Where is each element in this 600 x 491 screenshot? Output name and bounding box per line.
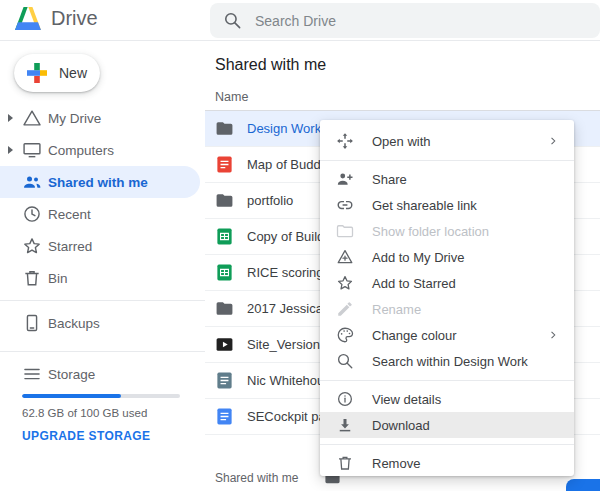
backups-device-icon bbox=[22, 313, 42, 333]
expand-arrow-icon[interactable] bbox=[8, 146, 13, 154]
menu-item-label: Share bbox=[372, 172, 407, 187]
file-name: portfolio bbox=[247, 193, 293, 208]
page-title: Shared with me bbox=[205, 41, 600, 74]
rename-pencil-icon bbox=[336, 300, 354, 318]
sidebar-item-label: My Drive bbox=[48, 111, 101, 126]
file-name: Design Work bbox=[247, 121, 321, 136]
menu-item-add-to-my-drive[interactable]: Add to My Drive bbox=[320, 244, 574, 270]
sidebar-item-recent[interactable]: Recent bbox=[0, 198, 200, 230]
bottom-right-blue-element bbox=[566, 479, 600, 491]
menu-item-show-folder-location: Show folder location bbox=[320, 218, 574, 244]
star-icon bbox=[22, 236, 42, 256]
expand-arrow-icon[interactable] bbox=[8, 114, 13, 122]
trash-icon bbox=[336, 454, 354, 472]
sidebar-item-storage[interactable]: Storage bbox=[0, 358, 200, 390]
app-title: Drive bbox=[51, 7, 98, 30]
sidebar-item-bin[interactable]: Bin bbox=[0, 262, 200, 294]
menu-item-label: Change colour bbox=[372, 328, 457, 343]
document-file-icon bbox=[215, 407, 234, 426]
link-icon bbox=[336, 196, 354, 214]
open-with-icon bbox=[336, 132, 354, 150]
menu-item-label: Get shareable link bbox=[372, 198, 477, 213]
chevron-right-icon bbox=[546, 134, 560, 148]
palette-icon bbox=[336, 326, 354, 344]
name-column-label: Name bbox=[215, 90, 248, 104]
video-file-icon bbox=[215, 335, 234, 354]
new-button-label: New bbox=[59, 65, 87, 81]
trash-icon bbox=[22, 268, 42, 288]
info-icon bbox=[336, 390, 354, 408]
folder-icon bbox=[336, 222, 354, 240]
sidebar-item-backups[interactable]: Backups bbox=[0, 307, 200, 339]
menu-item-open-with[interactable]: Open with bbox=[320, 128, 574, 154]
context-menu: Open with Share Get shareable link Show … bbox=[320, 120, 574, 476]
drive-logo[interactable]: Drive bbox=[15, 7, 98, 30]
menu-item-get-shareable-link[interactable]: Get shareable link bbox=[320, 192, 574, 218]
sidebar-item-shared-with-me[interactable]: Shared with me bbox=[0, 166, 200, 198]
download-icon bbox=[336, 416, 354, 434]
menu-item-label: Remove bbox=[372, 456, 420, 471]
star-icon bbox=[336, 274, 354, 292]
storage-progress-fill bbox=[22, 394, 121, 398]
sidebar-divider bbox=[0, 351, 205, 352]
sidebar-item-label: Backups bbox=[48, 316, 100, 331]
app-header: Drive bbox=[0, 0, 600, 41]
upgrade-storage-link[interactable]: UPGRADE STORAGE bbox=[22, 429, 205, 443]
menu-item-change-colour[interactable]: Change colour bbox=[320, 322, 574, 348]
sidebar-item-label: Starred bbox=[48, 239, 92, 254]
clock-icon bbox=[22, 204, 42, 224]
folder-icon bbox=[215, 191, 234, 210]
computers-icon bbox=[22, 140, 42, 160]
sidebar-divider bbox=[0, 300, 205, 301]
sidebar-item-label: Computers bbox=[48, 143, 114, 158]
menu-item-label: Open with bbox=[372, 134, 431, 149]
menu-divider bbox=[320, 380, 574, 381]
storage-usage-text: 62.8 GB of 100 GB used bbox=[22, 407, 205, 419]
pdf-file-icon bbox=[215, 155, 234, 174]
menu-item-search-within[interactable]: Search within Design Work bbox=[320, 348, 574, 374]
sidebar-item-label: Recent bbox=[48, 207, 91, 222]
search-bar[interactable] bbox=[210, 3, 600, 38]
search-icon[interactable] bbox=[223, 11, 242, 30]
menu-item-add-to-starred[interactable]: Add to Starred bbox=[320, 270, 574, 296]
document-file-icon bbox=[215, 371, 234, 390]
chevron-right-icon bbox=[546, 328, 560, 342]
sidebar-item-starred[interactable]: Starred bbox=[0, 230, 200, 262]
sidebar-item-my-drive[interactable]: My Drive bbox=[0, 102, 200, 134]
menu-item-remove[interactable]: Remove bbox=[320, 450, 574, 476]
menu-item-label: Search within Design Work bbox=[372, 354, 528, 369]
folder-icon bbox=[215, 299, 234, 318]
menu-item-label: View details bbox=[372, 392, 441, 407]
search-input[interactable] bbox=[255, 13, 555, 29]
storage-label: Storage bbox=[48, 367, 95, 382]
share-person-icon bbox=[336, 170, 354, 188]
menu-item-rename: Rename bbox=[320, 296, 574, 322]
storage-icon bbox=[22, 364, 42, 384]
sidebar-item-label: Bin bbox=[48, 271, 68, 286]
menu-item-view-details[interactable]: View details bbox=[320, 386, 574, 412]
name-column-header[interactable]: Name bbox=[205, 83, 600, 111]
add-to-drive-icon bbox=[336, 248, 354, 266]
drive-logo-icon bbox=[15, 7, 41, 30]
sidebar-item-computers[interactable]: Computers bbox=[0, 134, 200, 166]
menu-item-label: Download bbox=[372, 418, 430, 433]
people-icon bbox=[22, 172, 42, 192]
sidebar-item-label: Shared with me bbox=[48, 175, 148, 190]
menu-item-label: Add to My Drive bbox=[372, 250, 464, 265]
multicolor-plus-icon bbox=[25, 61, 49, 85]
new-button[interactable]: New bbox=[14, 54, 100, 92]
storage-progress-bar bbox=[22, 394, 180, 398]
my-drive-icon bbox=[22, 108, 42, 128]
menu-item-label: Show folder location bbox=[372, 224, 489, 239]
menu-item-share[interactable]: Share bbox=[320, 166, 574, 192]
menu-item-label: Rename bbox=[372, 302, 421, 317]
menu-item-download[interactable]: Download bbox=[320, 412, 574, 438]
folder-icon bbox=[215, 119, 234, 138]
search-icon bbox=[336, 352, 354, 370]
menu-divider bbox=[320, 444, 574, 445]
sidebar: New My Drive Computers Sh bbox=[0, 41, 205, 491]
spreadsheet-file-icon bbox=[215, 227, 234, 246]
footer-location-label: Shared with me bbox=[215, 471, 298, 485]
spreadsheet-file-icon bbox=[215, 263, 234, 282]
menu-divider bbox=[320, 160, 574, 161]
